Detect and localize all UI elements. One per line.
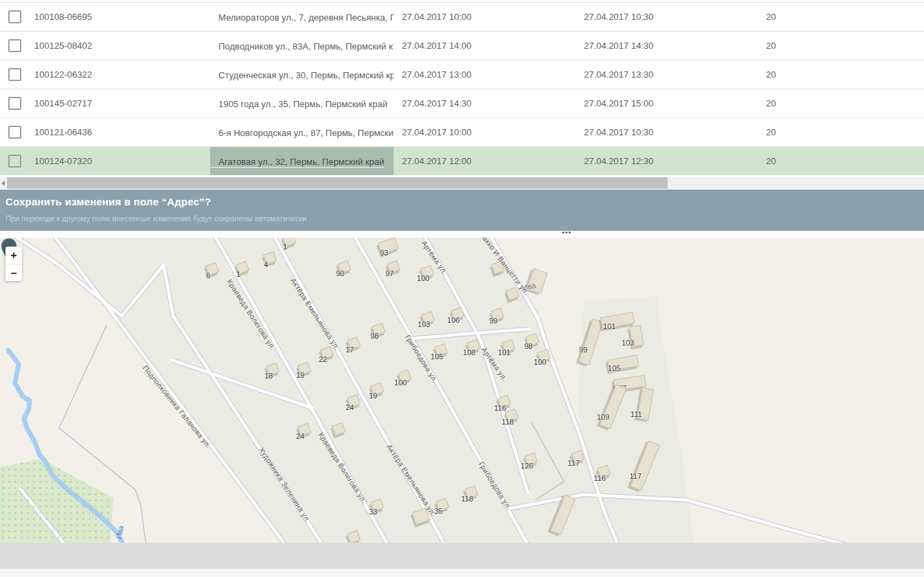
count-cell: 20 <box>766 60 848 89</box>
footer-divider <box>0 572 924 573</box>
building-label: 118 <box>502 418 514 426</box>
table-row[interactable]: 100122-06322 Студенческая ул., 30, Пермь… <box>0 60 924 89</box>
building-label: 105 <box>608 364 620 372</box>
table-row[interactable]: 100121-06436 6-я Новгородская ул., 87, П… <box>0 117 924 146</box>
building-label: 98 <box>370 332 379 340</box>
app-window: 100108-06695 Мелиораторов ул., 7, деревн… <box>0 0 924 577</box>
row-checkbox[interactable] <box>8 39 21 52</box>
start-datetime-cell: 27.04.2017 10:00 <box>402 3 574 31</box>
building-label: 117 <box>567 459 580 467</box>
building-label: 117 <box>629 472 642 480</box>
start-datetime-cell: 27.04.2017 13:00 <box>402 60 574 89</box>
address-text: Агатовая ул., 32, Пермь, Пермский край <box>210 157 384 168</box>
building-label: 118 <box>461 495 473 503</box>
count-cell: 20 <box>766 147 848 175</box>
building-label: 109 <box>597 413 609 421</box>
end-datetime-cell: 27.04.2017 10:30 <box>584 3 756 31</box>
row-checkbox[interactable] <box>8 10 21 23</box>
building-label: 22 <box>319 355 327 363</box>
building-label: 106 <box>447 316 460 324</box>
horizontal-scrollbar[interactable] <box>0 177 924 189</box>
row-checkbox[interactable] <box>8 126 21 139</box>
footer-strip <box>0 569 924 577</box>
zoom-out-button[interactable]: − <box>5 264 22 281</box>
save-changes-banner: Сохранить изменения в поле “Адрес”? При … <box>0 190 924 231</box>
address-cell[interactable]: Студенческая ул., 30, Пермь, Пермский кр <box>210 60 394 89</box>
end-datetime-cell: 27.04.2017 15:00 <box>584 89 756 117</box>
building-label: 116 <box>494 404 506 412</box>
zoom-in-button[interactable]: + <box>5 247 22 264</box>
table-row[interactable]: 100108-06695 Мелиораторов ул., 7, деревн… <box>0 2 924 31</box>
start-datetime-cell: 27.04.2017 14:00 <box>402 32 574 60</box>
count-cell: 20 <box>766 3 848 31</box>
pane-splitter[interactable]: ••• <box>0 231 924 238</box>
scrollbar-thumb[interactable] <box>7 177 668 189</box>
building-label: 24 <box>296 432 304 440</box>
building-label: 93 <box>380 249 388 257</box>
building-label: 99 <box>489 317 497 325</box>
address-text: 1905 года ул., 35, Пермь, Пермский край <box>210 99 387 109</box>
order-id-cell: 100125-08402 <box>34 32 206 60</box>
banner-subtitle: При переходе к другому полю внесенные из… <box>5 214 306 223</box>
order-id-cell: 100145-02717 <box>34 89 206 117</box>
building-label: 100 <box>417 274 429 282</box>
building-label: 1 <box>283 242 287 251</box>
address-text: 6-я Новгородская ул., 87, Пермь, Пермски <box>210 128 394 138</box>
building-label: 99 <box>579 346 587 354</box>
banner-title: Сохранить изменения в поле “Адрес”? <box>5 196 211 207</box>
address-cell[interactable]: Агатовая ул., 32, Пермь, Пермский край <box>210 147 394 175</box>
building-label: 6 <box>206 271 210 280</box>
building-label: 24 <box>346 403 354 411</box>
row-checkbox[interactable] <box>8 68 21 81</box>
row-checkbox[interactable] <box>8 155 21 168</box>
start-datetime-cell: 27.04.2017 12:00 <box>402 147 574 175</box>
building-label: 1 <box>236 270 240 278</box>
building-label: 100 <box>534 358 546 366</box>
end-datetime-cell: 27.04.2017 14:30 <box>584 32 756 60</box>
building-label: 97 <box>385 269 394 278</box>
building-label: 126 <box>521 462 533 470</box>
count-cell: 20 <box>766 89 848 117</box>
row-checkbox[interactable] <box>8 97 21 110</box>
start-datetime-cell: 27.04.2017 14:30 <box>402 89 574 117</box>
building-label: 98 <box>524 342 532 350</box>
order-id-cell: 100121-06436 <box>34 118 206 146</box>
footer-bar <box>0 543 924 569</box>
building-label: 18 <box>264 372 273 380</box>
building-label: 4 <box>264 260 268 269</box>
table-row[interactable]: 100125-08402 Подводников ул., 83А, Пермь… <box>0 31 924 60</box>
building-label: 90 <box>336 269 344 278</box>
building-label: 111 <box>631 410 642 418</box>
splitter-dots-icon[interactable]: ••• <box>558 229 576 236</box>
count-cell: 20 <box>766 118 848 146</box>
map-zoom-control: + − <box>5 247 22 281</box>
map-canvas[interactable]: + − 6141909397100Ива10310699981722181910… <box>0 238 924 543</box>
end-datetime-cell: 27.04.2017 10:30 <box>584 118 756 146</box>
order-id-cell: 100108-06695 <box>34 3 206 31</box>
building-label: 101 <box>603 322 616 330</box>
building-label: 103 <box>418 320 430 328</box>
building-label: 101 <box>498 348 510 357</box>
start-datetime-cell: 27.04.2017 10:00 <box>402 118 574 146</box>
scroll-left-arrow-icon[interactable] <box>0 177 7 189</box>
building-label: 17 <box>346 346 354 354</box>
count-cell: 20 <box>766 32 848 60</box>
building-label: 103 <box>622 339 634 347</box>
table-row[interactable]: 100124-07320 Агатовая ул., 32, Пермь, Пе… <box>0 146 924 175</box>
end-datetime-cell: 27.04.2017 12:30 <box>584 147 756 175</box>
building-label: 108 <box>463 348 475 357</box>
building-label: 100 <box>394 378 407 387</box>
table-row[interactable]: 100145-02717 1905 года ул., 35, Пермь, П… <box>0 89 924 117</box>
address-cell[interactable]: Мелиораторов ул., 7, деревня Песьянка, П <box>210 3 394 31</box>
building-label: 33 <box>369 508 377 516</box>
address-cell[interactable]: 6-я Новгородская ул., 87, Пермь, Пермски <box>210 118 394 146</box>
order-id-cell: 100124-07320 <box>34 147 206 175</box>
order-id-cell: 100122-06322 <box>34 60 206 89</box>
end-datetime-cell: 27.04.2017 13:30 <box>584 60 756 89</box>
address-text: Подводников ул., 83А, Пермь, Пермский к <box>210 41 393 52</box>
address-text: Студенческая ул., 30, Пермь, Пермский кр <box>210 70 394 80</box>
address-text: Мелиораторов ул., 7, деревня Песьянка, П <box>210 12 394 23</box>
building-label: 19 <box>296 371 304 379</box>
address-cell[interactable]: Подводников ул., 83А, Пермь, Пермский к <box>210 32 394 60</box>
address-cell[interactable]: 1905 года ул., 35, Пермь, Пермский край <box>210 89 394 117</box>
